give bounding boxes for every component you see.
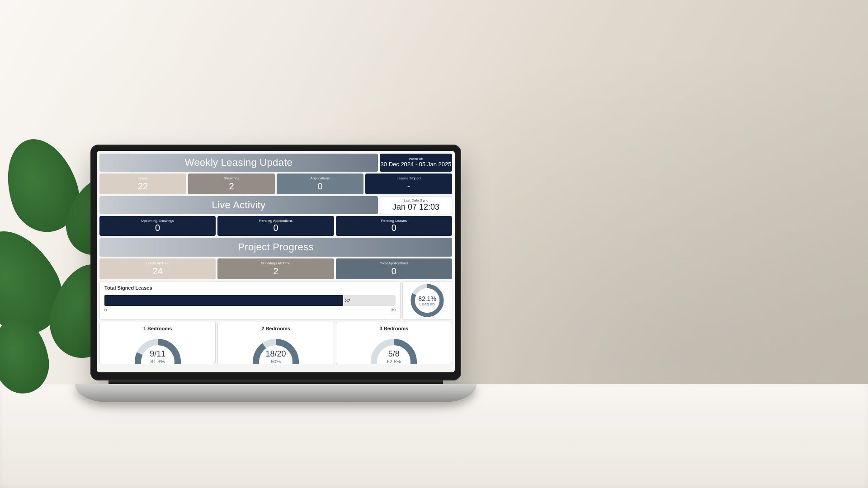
bedroom-card: 1 Bedrooms9/1181.8% xyxy=(99,322,216,364)
live-kpi-row: Upcoming Showings0Pending Applications0P… xyxy=(99,216,452,236)
bedroom-donut-center: 9/1181.8% xyxy=(131,349,185,364)
kpi-label: Applications xyxy=(310,177,330,180)
bedroom-percent: 81.8% xyxy=(131,359,185,364)
kpi-label: Showings All Time xyxy=(261,262,291,265)
bedroom-donut-center: 5/862.5% xyxy=(367,349,421,364)
last-sync-panel: Last Data Sync Jan 07 12:03 xyxy=(380,196,452,214)
weekly-kpi-row: Leads22Showings2Applications0Leases Sign… xyxy=(99,174,452,194)
week-of-label: Week of: xyxy=(409,157,423,161)
project-kpi: Leads All Time24 xyxy=(99,258,216,279)
live-activity-title: Live Activity xyxy=(99,196,378,214)
bedroom-ratio: 5/8 xyxy=(367,349,421,359)
week-of-panel: Week of: 30 Dec 2024 - 05 Jan 2025 xyxy=(380,154,452,172)
live-kpi: Upcoming Showings0 xyxy=(99,216,216,236)
dashboard-title: Weekly Leasing Update xyxy=(99,154,378,172)
bedroom-donut-center: 18/2090% xyxy=(249,349,303,364)
bedroom-ratio: 9/11 xyxy=(131,349,185,359)
live-kpi: Pending Leases0 xyxy=(336,216,452,236)
kpi-label: Showings xyxy=(224,177,240,180)
bedroom-title: 3 Bedrooms xyxy=(380,326,409,331)
laptop-screen: Weekly Leasing Update Week of: 30 Dec 20… xyxy=(97,151,455,372)
project-kpi: Total Applications0 xyxy=(336,258,452,279)
dashboard: Weekly Leasing Update Week of: 30 Dec 20… xyxy=(97,151,455,372)
signed-bar-value-label: 32 xyxy=(345,298,350,303)
weekly-kpi: Leads22 xyxy=(99,174,186,194)
signed-bar-axis: 0 39 xyxy=(104,308,396,312)
total-signed-card: Total Signed Leases 32 0 39 xyxy=(99,281,401,320)
laptop-screen-bezel: Weekly Leasing Update Week of: 30 Dec 20… xyxy=(90,145,461,380)
kpi-label: Total Applications xyxy=(380,262,408,265)
signed-bar-fill xyxy=(104,295,343,306)
weekly-kpi: Leases Signed- xyxy=(365,174,452,194)
kpi-value: 2 xyxy=(273,266,278,276)
kpi-label: Pending Applications xyxy=(259,219,292,223)
live-kpi: Pending Applications0 xyxy=(217,216,334,236)
project-header-row: Project Progress xyxy=(99,238,452,257)
signed-bar-min: 0 xyxy=(104,308,107,312)
kpi-value: 24 xyxy=(153,266,163,276)
overall-donut-sublabel: LEASED xyxy=(420,302,435,306)
signed-bar-max: 39 xyxy=(391,308,396,312)
bedroom-percent: 62.5% xyxy=(367,359,421,364)
kpi-value: 22 xyxy=(138,181,148,191)
bedroom-ratio: 18/20 xyxy=(249,349,303,359)
kpi-label: Pending Leases xyxy=(381,219,407,223)
bedroom-card: 3 Bedrooms5/862.5% xyxy=(336,322,452,364)
kpi-label: Leases Signed xyxy=(397,177,421,180)
overall-donut-center: 82.1% LEASED xyxy=(408,282,446,319)
last-sync-value: Jan 07 12:03 xyxy=(392,202,439,212)
kpi-value: 2 xyxy=(229,181,234,191)
bedroom-donut: 18/2090% xyxy=(249,335,303,364)
total-signed-title: Total Signed Leases xyxy=(104,285,396,291)
bedroom-percent: 90% xyxy=(249,359,303,364)
kpi-value: 0 xyxy=(155,223,160,233)
header-row: Weekly Leasing Update Week of: 30 Dec 20… xyxy=(99,154,452,172)
laptop-keyboard-deck xyxy=(75,384,476,402)
kpi-value: 0 xyxy=(392,223,396,233)
kpi-value: 0 xyxy=(273,223,278,233)
live-header-row: Live Activity Last Data Sync Jan 07 12:0… xyxy=(99,196,452,214)
project-kpi: Showings All Time2 xyxy=(217,258,334,279)
kpi-value: - xyxy=(407,181,410,191)
kpi-value: 0 xyxy=(317,181,322,191)
kpi-value: 0 xyxy=(392,266,396,276)
weekly-kpi: Applications0 xyxy=(277,174,363,194)
week-range: 30 Dec 2024 - 05 Jan 2025 xyxy=(381,161,452,169)
overall-donut: 82.1% LEASED xyxy=(408,282,446,319)
laptop: Weekly Leasing Update Week of: 30 Dec 20… xyxy=(90,145,461,402)
project-kpi-row: Leads All Time24Showings All Time2Total … xyxy=(99,258,452,279)
laptop-hinge xyxy=(108,380,443,384)
kpi-label: Upcoming Showings xyxy=(141,219,174,223)
bedroom-title: 1 Bedrooms xyxy=(143,326,172,331)
signed-row: Total Signed Leases 32 0 39 xyxy=(99,281,452,320)
project-progress-title: Project Progress xyxy=(99,238,452,257)
signed-bar-track: 32 xyxy=(104,295,396,306)
overall-leased-card: 82.1% LEASED xyxy=(402,281,452,320)
bedroom-donut: 5/862.5% xyxy=(367,335,421,364)
kpi-label: Leads xyxy=(138,177,148,180)
bedroom-donut: 9/1181.8% xyxy=(131,335,185,364)
bedroom-title: 2 Bedrooms xyxy=(261,326,290,331)
kpi-label: Leads All Time xyxy=(146,262,170,265)
bedroom-card: 2 Bedrooms18/2090% xyxy=(217,322,334,364)
overall-donut-percent: 82.1% xyxy=(418,295,436,302)
weekly-kpi: Showings2 xyxy=(188,174,275,194)
last-sync-label: Last Data Sync xyxy=(404,199,428,202)
bedrooms-row: 1 Bedrooms9/1181.8%2 Bedrooms18/2090%3 B… xyxy=(99,322,452,364)
